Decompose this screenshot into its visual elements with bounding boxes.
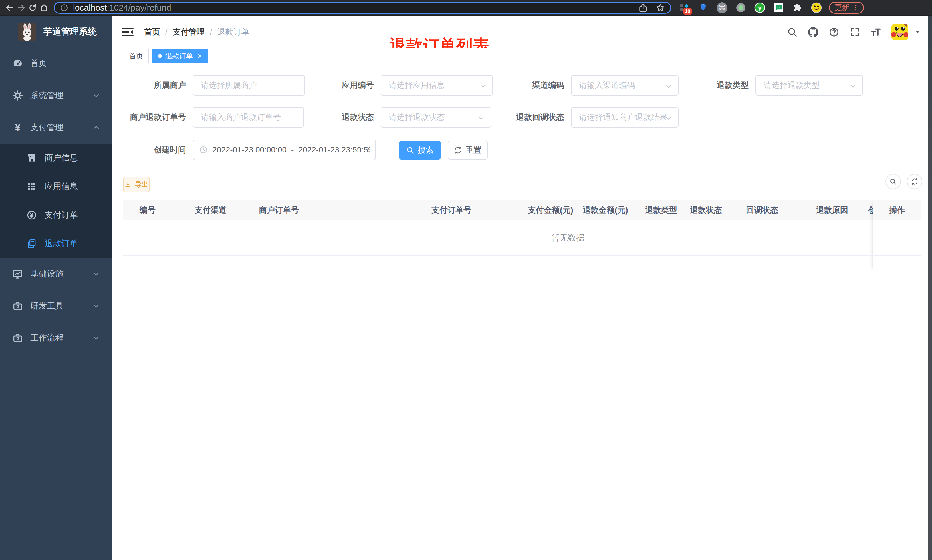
tag-home[interactable]: 首页 xyxy=(124,49,149,63)
browser-forward-button[interactable] xyxy=(15,2,27,14)
breadcrumb-home[interactable]: 首页 xyxy=(144,26,160,37)
github-icon[interactable] xyxy=(808,27,818,37)
column-header: 退款状态 xyxy=(690,200,722,220)
gear-icon xyxy=(12,90,23,101)
app-select[interactable] xyxy=(381,75,492,95)
briefcase-icon xyxy=(12,300,23,312)
close-icon[interactable] xyxy=(197,53,203,59)
column-header-actions: 操作 xyxy=(874,200,921,220)
extension-balloon-icon[interactable] xyxy=(697,2,709,14)
refund-status-select[interactable] xyxy=(381,108,491,127)
app-logo[interactable]: 芋道管理系统 xyxy=(0,16,112,48)
bookmark-star-icon[interactable] xyxy=(655,3,665,12)
extension-tabs-icon[interactable]: 10 xyxy=(678,2,690,14)
refresh-table-button[interactable] xyxy=(907,174,922,189)
extension-emoji-icon[interactable] xyxy=(811,2,822,14)
sidebar-collapse-icon[interactable] xyxy=(121,26,134,38)
dashboard-icon xyxy=(12,58,23,69)
channel-select[interactable] xyxy=(572,75,678,95)
browser-home-button[interactable] xyxy=(38,2,50,14)
column-header: 支付金额(元) xyxy=(528,200,573,220)
date-end[interactable]: 2022-01-23 23:59:59 xyxy=(298,145,370,154)
shop-icon xyxy=(26,152,37,163)
extensions-row: 10 ⌘ y xyxy=(678,2,822,14)
show-search-toggle-button[interactable] xyxy=(885,174,901,189)
extensions-puzzle-icon[interactable] xyxy=(792,2,803,14)
column-header: 退款原因 xyxy=(816,200,848,220)
search-icon[interactable] xyxy=(787,27,798,37)
merchant-input[interactable] xyxy=(193,75,305,95)
logo-bunny-image xyxy=(18,23,36,41)
filter-channel: 渠道编码 xyxy=(506,75,678,95)
sidebar-item-refund-order[interactable]: 退款订单 xyxy=(0,229,112,258)
sidebar-item-system[interactable]: 系统管理 xyxy=(0,80,112,112)
site-info-icon[interactable] xyxy=(60,3,68,12)
extension-y-icon[interactable]: y xyxy=(754,2,766,14)
extension-dot-icon[interactable] xyxy=(735,2,747,14)
column-header: 支付渠道 xyxy=(195,200,226,220)
sidebar-item-home[interactable]: 首页 xyxy=(0,48,112,80)
refund-type-select[interactable] xyxy=(756,75,863,95)
browser-reload-button[interactable] xyxy=(27,2,38,14)
sidebar: 芋道管理系统 首页 系统管理 ¥ 支付管理 商户信息 应用信息 xyxy=(0,16,112,560)
grid-icon xyxy=(26,181,37,192)
search-button[interactable]: 搜索 xyxy=(399,141,441,160)
app-title: 芋道管理系统 xyxy=(43,26,97,38)
browser-menu-kebab-icon xyxy=(852,4,860,11)
chevron-up-icon xyxy=(92,123,100,132)
column-header: 商户订单号 xyxy=(259,200,299,220)
sidebar-item-app-info[interactable]: 应用信息 xyxy=(0,172,112,201)
sidebar-item-infra[interactable]: 基础设施 xyxy=(0,258,112,290)
documents-icon xyxy=(26,238,37,249)
extension-chat-icon[interactable] xyxy=(773,2,784,14)
column-header: 回调状态 xyxy=(746,200,778,220)
table-header: 编号 支付渠道 商户订单号 支付订单号 支付金额(元) 退款金额(元) 退款类型… xyxy=(123,200,921,220)
yen-circle-icon xyxy=(26,210,37,220)
merchant-refund-no-input[interactable] xyxy=(193,108,303,127)
filter-refund-status: 退款状态 xyxy=(329,107,491,128)
filter-notify-status: 退款回调状态 xyxy=(506,107,678,128)
table-fixed-right-column: 操作 xyxy=(874,200,921,271)
browser-back-button[interactable] xyxy=(4,2,15,14)
address-bar[interactable]: localhost:1024/pay/refund xyxy=(54,2,671,14)
active-tag-dot xyxy=(158,54,162,58)
svg-text:y: y xyxy=(758,4,761,11)
reset-button[interactable]: 重置 xyxy=(448,141,488,160)
browser-scrollbar[interactable] xyxy=(928,16,932,560)
fullscreen-icon[interactable] xyxy=(850,27,860,37)
sidebar-item-workflow[interactable]: 工作流程 xyxy=(0,322,112,354)
sidebar-item-devtools[interactable]: 研发工具 xyxy=(0,290,112,322)
tags-view-bar: 首页 退款订单 xyxy=(112,48,928,65)
sidebar-item-merchant-info[interactable]: 商户信息 xyxy=(0,143,112,172)
font-size-icon[interactable] xyxy=(870,27,881,37)
breadcrumb-pay[interactable]: 支付管理 xyxy=(173,26,205,37)
sidebar-item-pay-order[interactable]: 支付订单 xyxy=(0,201,112,229)
date-range-picker[interactable]: 2022-01-23 00:00:00 - 2022-01-23 23:59:5… xyxy=(193,140,376,160)
browser-toolbar: localhost:1024/pay/refund 10 ⌘ y xyxy=(0,0,932,16)
filter-merchant: 所属商户 xyxy=(117,75,305,95)
sidebar-item-pay[interactable]: ¥ 支付管理 xyxy=(0,112,112,143)
extension-command-icon[interactable]: ⌘ xyxy=(716,2,728,14)
yen-icon: ¥ xyxy=(12,122,23,134)
browser-update-menu-button[interactable]: 更新 xyxy=(829,2,864,14)
search-icon xyxy=(406,146,414,154)
tag-refund-order[interactable]: 退款订单 xyxy=(152,49,208,63)
column-header: 退款金额(元) xyxy=(583,200,628,220)
avatar-caret-icon[interactable] xyxy=(914,29,921,35)
screenshot-root: localhost:1024/pay/refund 10 ⌘ y xyxy=(0,0,932,560)
chevron-down-icon xyxy=(92,270,100,278)
briefcase-icon xyxy=(12,332,23,344)
user-avatar[interactable] xyxy=(891,24,908,40)
help-icon[interactable] xyxy=(829,27,839,37)
date-start[interactable]: 2022-01-23 00:00:00 xyxy=(212,145,286,154)
refresh-icon xyxy=(911,178,918,185)
export-button[interactable]: 导出 xyxy=(123,177,150,192)
notify-status-select[interactable] xyxy=(572,108,678,127)
breadcrumb: 首页 / 支付管理 / 退款订单 xyxy=(144,16,249,48)
table-bottom-border xyxy=(123,255,921,256)
app-header: 首页 / 支付管理 / 退款订单 退款订单列表 xyxy=(112,16,928,48)
refresh-icon xyxy=(454,146,462,154)
clock-icon xyxy=(199,146,208,154)
share-icon[interactable] xyxy=(638,3,648,12)
chevron-down-icon xyxy=(92,92,100,100)
